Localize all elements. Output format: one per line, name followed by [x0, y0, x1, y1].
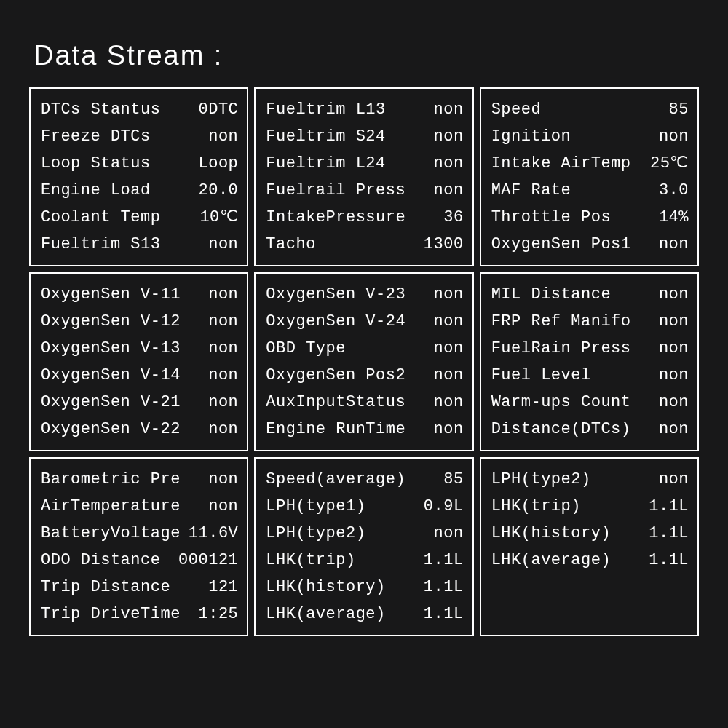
- row-label: LPH(type2): [266, 520, 429, 547]
- data-row: Speed85: [491, 96, 689, 123]
- row-label: Fueltrim S24: [266, 123, 429, 150]
- row-value: 25℃: [646, 150, 689, 177]
- data-row: LHK(trip)1.1L: [266, 547, 463, 574]
- row-value: non: [204, 281, 238, 308]
- row-value: 1.1L: [644, 493, 689, 520]
- row-value: 121: [204, 574, 238, 601]
- data-row: LHK(trip)1.1L: [491, 493, 689, 520]
- row-value: 20.0: [194, 177, 239, 204]
- row-label: Engine RunTime: [266, 416, 429, 443]
- row-value: non: [654, 281, 689, 308]
- row-label: LHK(average): [491, 547, 645, 574]
- data-row: Tacho1300: [266, 231, 463, 258]
- data-panel: Fueltrim L13nonFueltrim S24nonFueltrim L…: [254, 87, 473, 266]
- row-label: Intake AirTemp: [491, 150, 646, 177]
- row-label: BatteryVoltage: [41, 520, 184, 547]
- row-label: LHK(trip): [491, 493, 645, 520]
- row-value: non: [204, 389, 238, 416]
- data-row: Engine RunTimenon: [266, 416, 463, 443]
- row-label: Speed: [491, 96, 665, 123]
- row-value: 1.1L: [419, 574, 464, 601]
- row-label: LHK(average): [266, 601, 419, 628]
- row-label: MIL Distance: [491, 281, 654, 308]
- row-label: LPH(type2): [491, 466, 654, 493]
- row-label: OxygenSen V-21: [41, 389, 204, 416]
- data-row: OxygenSen V-23non: [266, 281, 463, 308]
- row-label: OxygenSen V-22: [41, 416, 204, 443]
- row-value: non: [430, 389, 464, 416]
- row-value: 1.1L: [419, 547, 464, 574]
- data-row: Fuelrail Pressnon: [266, 177, 463, 204]
- row-value: non: [654, 416, 689, 443]
- data-row: LPH(type2)non: [266, 520, 463, 547]
- row-value: non: [654, 362, 689, 389]
- data-row: Loop StatusLoop: [41, 150, 238, 177]
- data-row: Fueltrim L13non: [266, 96, 463, 123]
- row-value: Loop: [194, 150, 239, 177]
- data-row: Warm-ups Countnon: [491, 389, 689, 416]
- row-value: non: [430, 416, 464, 443]
- data-panel: Speed(average)85LPH(type1)0.9LLPH(type2)…: [254, 457, 473, 636]
- row-label: Ignition: [491, 123, 654, 150]
- data-row: LHK(history)1.1L: [266, 574, 463, 601]
- row-value: 1300: [419, 231, 464, 258]
- data-row: Engine Load20.0: [41, 177, 238, 204]
- data-row: Ignitionnon: [491, 123, 689, 150]
- row-value: 85: [665, 96, 689, 123]
- data-row: Fueltrim S24non: [266, 123, 463, 150]
- row-value: 1:25: [194, 601, 239, 628]
- data-row: Fuel Levelnon: [491, 362, 689, 389]
- data-row: AuxInputStatusnon: [266, 389, 463, 416]
- row-label: Fueltrim L13: [266, 96, 429, 123]
- row-value: non: [430, 281, 464, 308]
- row-label: OxygenSen V-11: [41, 281, 204, 308]
- data-row: Throttle Pos14%: [491, 204, 689, 231]
- data-row: FuelRain Pressnon: [491, 335, 689, 362]
- data-row: OxygenSen V-13non: [41, 335, 238, 362]
- data-panel: Speed85IgnitionnonIntake AirTemp25℃MAF R…: [480, 87, 699, 266]
- row-value: non: [430, 308, 464, 335]
- row-value: 3.0: [654, 177, 689, 204]
- data-panel: MIL DistancenonFRP Ref ManifononFuelRain…: [480, 272, 699, 451]
- row-label: Fueltrim L24: [266, 150, 429, 177]
- row-label: IntakePressure: [266, 204, 439, 231]
- row-label: Fuelrail Press: [266, 177, 429, 204]
- row-value: non: [430, 335, 464, 362]
- row-value: 1.1L: [644, 520, 689, 547]
- row-value: non: [430, 96, 464, 123]
- data-panel: LPH(type2)nonLHK(trip)1.1LLHK(history)1.…: [480, 457, 699, 636]
- row-label: MAF Rate: [491, 177, 654, 204]
- row-label: Freeze DTCs: [41, 123, 204, 150]
- data-row: Intake AirTemp25℃: [491, 150, 689, 177]
- data-row: Trip Distance121: [41, 574, 238, 601]
- row-value: 0DTC: [194, 96, 239, 123]
- row-label: LHK(history): [266, 574, 419, 601]
- data-row: AirTemperaturenon: [41, 493, 238, 520]
- row-value: non: [654, 308, 689, 335]
- row-value: non: [654, 231, 689, 258]
- row-value: 0.9L: [419, 493, 464, 520]
- row-label: ODO Distance: [41, 547, 174, 574]
- row-label: Speed(average): [266, 466, 439, 493]
- row-value: 1.1L: [644, 547, 689, 574]
- row-value: non: [654, 389, 689, 416]
- row-value: non: [204, 335, 238, 362]
- row-label: AirTemperature: [41, 493, 204, 520]
- row-label: Trip Distance: [41, 574, 204, 601]
- data-row: LHK(average)1.1L: [266, 601, 463, 628]
- data-row: Trip DriveTime1:25: [41, 601, 238, 628]
- row-value: non: [204, 416, 238, 443]
- row-value: non: [204, 466, 238, 493]
- row-label: OxygenSen V-14: [41, 362, 204, 389]
- row-label: OxygenSen Pos2: [266, 362, 429, 389]
- data-row: OxygenSen V-24non: [266, 308, 463, 335]
- row-label: OxygenSen V-13: [41, 335, 204, 362]
- data-row: FRP Ref Manifonon: [491, 308, 689, 335]
- data-row: OxygenSen V-22non: [41, 416, 238, 443]
- data-row: MIL Distancenon: [491, 281, 689, 308]
- row-value: non: [654, 335, 689, 362]
- data-row: Distance(DTCs)non: [491, 416, 689, 443]
- row-value: non: [430, 123, 464, 150]
- data-panel: OxygenSen V-11nonOxygenSen V-12nonOxygen…: [29, 272, 248, 451]
- row-value: non: [204, 308, 238, 335]
